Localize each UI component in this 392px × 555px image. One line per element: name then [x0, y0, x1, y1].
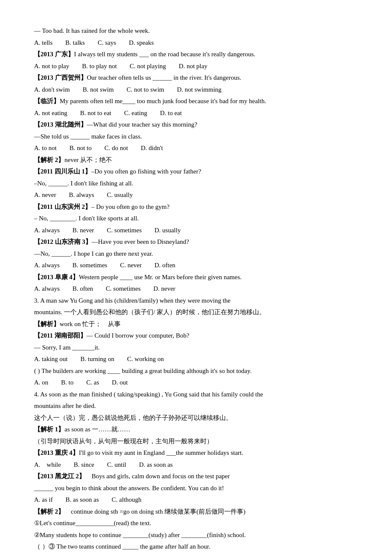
- text-line: mountains. 一个人看到愚公和他的（孩子们/ 家人）的时候，他们正在努力…: [34, 307, 358, 318]
- text-line: A. always B. never C. sometimes D. usual…: [34, 225, 358, 236]
- text-line: A. while B. since C. until D. as soon as: [34, 460, 358, 471]
- text-line: 【2013 阜康 4】Western people ____ use Mr. o…: [34, 272, 358, 283]
- text-line: 【2011 湖南邵阳】— Could I borrow your compute…: [34, 330, 358, 341]
- text-line: A. always B. often C. sometimes D. never: [34, 283, 358, 295]
- text-line: 【2011 山东滨州 2】– Do you often go to the gy…: [34, 202, 358, 213]
- text-line: A. on B. to C. as D. out: [34, 377, 358, 388]
- text-line: A. not to play B. to play not C. not pla…: [34, 61, 358, 72]
- text-line: 【2013 湖北随州】—What did your teacher say th…: [34, 119, 358, 130]
- text-line: A. play B. to play C. playing D. played: [34, 553, 358, 555]
- text-line: mountains after he died.: [34, 401, 358, 412]
- text-line: —She told us ______ make faces in class.: [34, 131, 358, 142]
- text-line: 3. A man saw Yu Gong and his (children/f…: [34, 295, 358, 306]
- text-line: A. not eating B. not to eat C. eating D.…: [34, 108, 358, 119]
- text-line: 【2013 广西贺州】Our teacher often tells us __…: [34, 72, 358, 84]
- text-line: –No, ______. I don't like fishing at all…: [34, 178, 358, 189]
- text-line: ②Many students hope to continue ________…: [34, 530, 358, 541]
- text-line: — Too bad. It has rained for the whole w…: [34, 26, 358, 37]
- text-line: — Sorry, I am _______it.: [34, 342, 358, 353]
- text-line: 【解析 2】 continue doing sth =go on doing s…: [34, 506, 358, 517]
- text-line: A. as if B. as soon as C. although: [34, 494, 358, 506]
- text-line: A. never B. always C. usually: [34, 190, 358, 201]
- text-line: A. always B. sometimes C. never D. often: [34, 260, 358, 271]
- text-line: 【2013 重庆 4】I'll go to visit my aunt in E…: [34, 448, 358, 459]
- text-line: A. tells B. talks C. says D. speaks: [34, 38, 358, 49]
- text-line: A. taking out B. turning on C. working o…: [34, 354, 358, 365]
- text-line: 【临沂】My parents often tell me____ too muc…: [34, 96, 358, 107]
- text-line: 这个人一（说）完，愚公就说他死后，他的子子孙孙还可以继续移山。: [34, 413, 358, 424]
- text-line: （ ）③ The two teams continued _____ the g…: [34, 541, 358, 552]
- text-line: 【解析】work on 忙于； 从事: [34, 319, 358, 330]
- text-line: 【2013 黑龙江 2】 Boys and girls, calm down a…: [34, 471, 358, 482]
- text-line: A. to not B. not to C. do not D. didn't: [34, 143, 358, 154]
- text-line: ( ) The builders are working ____ buildi…: [34, 366, 358, 377]
- text-line: —No, ______. I hope I can go there next …: [34, 249, 358, 260]
- text-line: 【2011 四川乐山 1】–Do you often go fishing wi…: [34, 166, 358, 177]
- text-line: A. don't swim B. not swim C. not to swim…: [34, 84, 358, 95]
- text-line: 【解析 1】as soon as 一……就……: [34, 424, 358, 435]
- text-line: 4. As soon as the man finished ( taking/…: [34, 389, 358, 400]
- text-line: – No, ________. I don't like sports at a…: [34, 213, 358, 224]
- text-line: 【2012 山东济南 3】—Have you ever been to Disn…: [34, 237, 358, 248]
- document-content: — Too bad. It has rained for the whole w…: [34, 26, 358, 555]
- text-line: ______ you begin to think about the answ…: [34, 483, 358, 494]
- text-line: 【解析 2】never 从不；绝不: [34, 155, 358, 166]
- text-line: ①Let's continue____________(read) the te…: [34, 518, 358, 529]
- text-line: （引导时间状语从句，从句用一般现在时，主句用一般将来时）: [34, 436, 358, 447]
- text-line: 【2013 广东】I always tell my students ___ o…: [34, 49, 358, 60]
